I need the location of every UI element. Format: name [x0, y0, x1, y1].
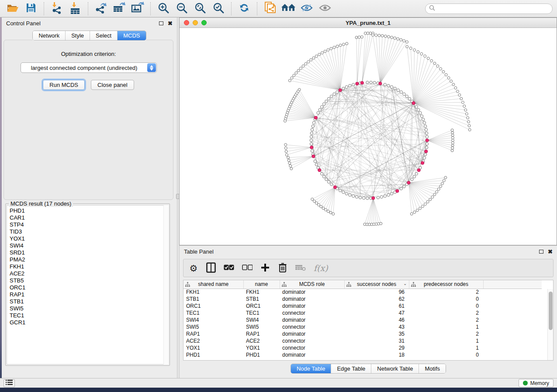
close-panel-icon[interactable]: ✖: [548, 249, 553, 254]
table-delete-icon: [295, 264, 306, 272]
result-node-item[interactable]: FKH1: [10, 263, 168, 270]
show-panels-button[interactable]: [3, 379, 15, 387]
network-graph[interactable]: [180, 28, 557, 245]
result-node-item[interactable]: ORC1: [10, 284, 168, 291]
table-tab-node-table[interactable]: Node Table: [291, 364, 331, 373]
table-row[interactable]: ORC1ORC1dominator610: [183, 303, 542, 309]
table-row[interactable]: SWI5SWI5connector431: [183, 323, 542, 330]
table-row[interactable]: TEC1TEC1connector472: [183, 309, 542, 316]
refresh-view-button[interactable]: [236, 2, 253, 16]
network-canvas[interactable]: [180, 28, 557, 245]
table-tab-network-table[interactable]: Network Table: [371, 364, 419, 373]
import-table-button[interactable]: [67, 2, 83, 16]
export-table-button[interactable]: [111, 2, 128, 16]
zoom-selected-button[interactable]: [210, 2, 227, 16]
table-panel-title: Table Panel: [184, 248, 214, 255]
tab-style[interactable]: Style: [65, 31, 90, 40]
close-panel-button[interactable]: Close panel: [91, 80, 134, 90]
save-session-button[interactable]: [23, 2, 39, 16]
shared-column-icon: [185, 282, 190, 288]
show-all-button[interactable]: [317, 2, 333, 16]
float-panel-icon[interactable]: [539, 250, 543, 254]
close-panel-icon[interactable]: ✖: [168, 21, 173, 26]
control-panel-tab-bar: NetworkStyleSelectMCDS: [32, 31, 146, 41]
export-image-button[interactable]: [129, 2, 146, 16]
first-neighbors-button[interactable]: [280, 2, 297, 16]
open-session-button[interactable]: [4, 2, 21, 16]
result-node-item[interactable]: TID3: [10, 228, 168, 235]
select-all-button[interactable]: [224, 262, 234, 274]
zoom-out-icon: [176, 2, 187, 15]
search-input[interactable]: [437, 5, 549, 12]
table-scrollbar-thumb[interactable]: [549, 292, 553, 330]
import-network-icon: [51, 2, 63, 15]
columns-icon: [206, 262, 216, 274]
search-box[interactable]: [425, 3, 553, 14]
table-row[interactable]: SWI4SWI4dominator462: [183, 316, 542, 323]
control-panel-title: Control Panel: [6, 20, 41, 27]
result-node-item[interactable]: SWI4: [10, 242, 168, 249]
result-list-scrollbar[interactable]: [163, 205, 169, 364]
result-node-item[interactable]: GCR1: [10, 319, 168, 326]
network-window-titlebar[interactable]: YPA_prune.txt_1: [180, 18, 557, 28]
column-header-MCDS-role[interactable]: MCDS role: [280, 280, 344, 289]
delete-table-button[interactable]: [295, 262, 306, 274]
result-node-item[interactable]: SWI5: [10, 305, 168, 312]
memory-button[interactable]: Memory: [519, 379, 554, 387]
result-node-item[interactable]: SRD1: [10, 249, 168, 256]
run-mcds-button[interactable]: Run MCDS: [43, 80, 85, 90]
export-network-button[interactable]: [93, 2, 109, 16]
column-header-name[interactable]: name: [243, 280, 280, 289]
tab-network[interactable]: Network: [33, 31, 65, 40]
main-toolbar: [0, 0, 557, 17]
table-options-button[interactable]: ⚙: [189, 262, 198, 274]
zoom-out-button[interactable]: [173, 2, 190, 16]
mcds-result-title: MCDS result (17 nodes): [9, 200, 73, 207]
result-node-item[interactable]: RAP1: [10, 291, 168, 298]
mcds-result-list[interactable]: PHD1CAR1STP4TID3YOX1SWI4SRD1PMA2FKH1ACE2…: [7, 205, 169, 364]
shared-column-icon: [346, 282, 351, 288]
result-node-item[interactable]: ACE2: [10, 270, 168, 277]
zoom-selected-icon: [213, 2, 224, 15]
table-row[interactable]: ACE2ACE2connector311: [183, 337, 542, 344]
result-node-item[interactable]: YOX1: [10, 235, 168, 242]
tab-select[interactable]: Select: [90, 31, 117, 40]
deselect-all-button[interactable]: [242, 262, 253, 274]
create-column-button[interactable]: [260, 262, 270, 274]
delete-columns-button[interactable]: [278, 262, 287, 274]
table-row[interactable]: PHD1PHD1dominator180: [183, 351, 542, 358]
unchecked-boxes-icon: [242, 265, 253, 272]
table-row[interactable]: FKH1FKH1dominator962: [183, 289, 542, 296]
result-node-item[interactable]: TEC1: [10, 312, 168, 319]
column-header-predecessor-nodes[interactable]: predecessor nodes: [409, 280, 483, 289]
result-node-item[interactable]: CAR1: [10, 214, 168, 221]
duplicate-network-button[interactable]: [262, 2, 278, 16]
table-tab-edge-table[interactable]: Edge Table: [331, 364, 371, 373]
zoom-in-button[interactable]: [155, 2, 172, 16]
result-node-item[interactable]: STB1: [10, 298, 168, 305]
node-table[interactable]: shared namenameMCDS rolesuccessor nodes⌄…: [183, 280, 542, 358]
result-node-item[interactable]: STB5: [10, 277, 168, 284]
float-panel-icon[interactable]: [159, 21, 163, 25]
table-scrollbar[interactable]: [547, 289, 553, 360]
result-node-item[interactable]: PHD1: [10, 207, 168, 214]
table-row[interactable]: YOX1YOX1connector291: [183, 344, 542, 351]
table-tab-motifs[interactable]: Motifs: [419, 364, 446, 373]
result-node-item[interactable]: PMA2: [10, 256, 168, 263]
tab-mcds[interactable]: MCDS: [117, 31, 145, 40]
criterion-dropdown[interactable]: largest connected component (undirected): [21, 62, 157, 73]
function-builder-button[interactable]: f(x): [314, 262, 328, 274]
column-selector-button[interactable]: [206, 262, 216, 274]
export-network-icon: [94, 2, 107, 15]
import-network-button[interactable]: [48, 2, 65, 16]
column-header-shared-name[interactable]: shared name: [183, 280, 243, 289]
mcds-tab-content: Optimization criterion: largest connecte…: [3, 40, 173, 200]
zoom-fit-button[interactable]: [192, 2, 208, 16]
table-row[interactable]: RAP1RAP1dominator352: [183, 330, 542, 337]
table-row[interactable]: STB1STB1dominator620: [183, 296, 542, 303]
result-node-item[interactable]: STP4: [10, 221, 168, 228]
sort-chevron-icon[interactable]: ⌄: [403, 281, 407, 286]
column-header-successor-nodes[interactable]: successor nodes⌄: [344, 280, 409, 289]
hide-selected-button[interactable]: [298, 2, 315, 16]
duplicate-network-icon: [264, 1, 276, 16]
